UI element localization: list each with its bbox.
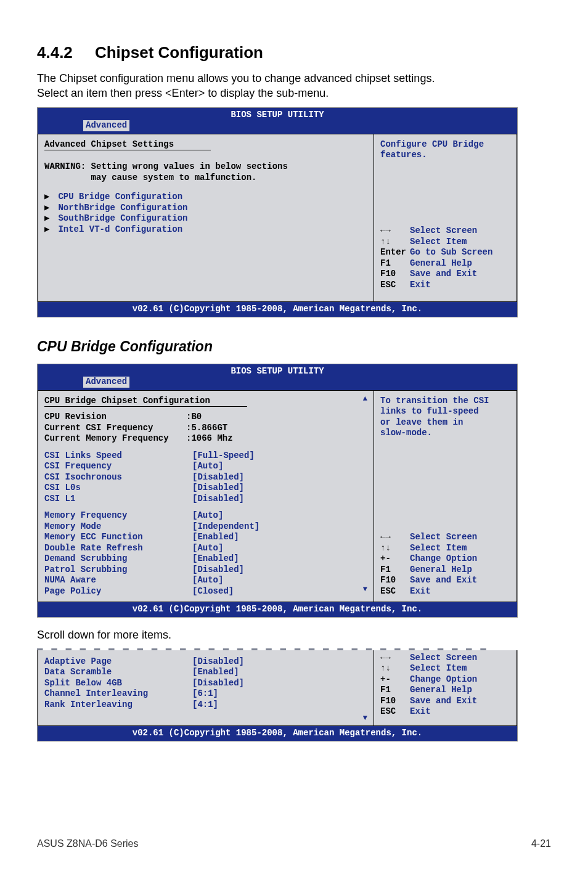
bios2-option[interactable]: CSI Frequency[Auto]: [44, 461, 367, 472]
bios1-heading: Advanced Chipset Settings: [44, 139, 211, 151]
scroll-up-icon[interactable]: ▲: [363, 394, 367, 404]
bios2-option[interactable]: CSI L1[Disabled]: [44, 494, 367, 505]
bios-tab-row: Advanced: [38, 377, 517, 390]
bios-copyright: v02.61 (C)Copyright 1985-2008, American …: [38, 726, 517, 741]
bios1-item[interactable]: ▶ Intel VT-d Configuration: [44, 224, 367, 235]
chevron-right-icon: ▶: [44, 224, 53, 235]
bios2-option[interactable]: Page Policy[Closed]: [44, 586, 234, 597]
chevron-right-icon: ▶: [44, 213, 53, 224]
bios3-option[interactable]: Adaptive Page[Disabled]: [44, 656, 367, 668]
bios1-item[interactable]: ▶ SouthBridge Configuration: [44, 213, 367, 224]
bios-title: BIOS SETUP UTILITY: [38, 364, 517, 377]
bios2-info: CPU Revision:B0: [44, 412, 367, 423]
bios1-item[interactable]: ▶ CPU Bridge Configuration: [44, 192, 367, 203]
footer-left: ASUS Z8NA-D6 Series: [37, 838, 139, 849]
bios-box-2: BIOS SETUP UTILITY Advanced CPU Bridge C…: [37, 364, 518, 618]
bios2-option[interactable]: CSI L0s[Disabled]: [44, 483, 367, 494]
bios1-item[interactable]: ▶ NorthBridge Configuration: [44, 203, 367, 214]
bios3-option[interactable]: Split Below 4GB[Disabled]: [44, 678, 367, 689]
scroll-caption: Scroll down for more items.: [37, 629, 551, 642]
bios2-option[interactable]: CSI Links Speed[Full-Speed]: [44, 451, 367, 462]
bios1-help-text: Configure CPU Bridge features.: [380, 139, 510, 161]
bios3-option[interactable]: Rank Interleaving[4:1]: [44, 700, 367, 711]
bios2-option[interactable]: Double Rate Refresh[Auto]: [44, 543, 367, 554]
bios-box-3: Adaptive Page[Disabled] Data Scramble[En…: [37, 650, 518, 741]
bios2-option[interactable]: Memory Mode[Independent]: [44, 521, 367, 533]
bios2-info: Current CSI Frequency:5.866GT: [44, 423, 367, 434]
bios2-help-keys: ←→Select Screen ↑↓Select Item +-Change O…: [380, 532, 510, 597]
bios-tab-advanced[interactable]: Advanced: [83, 377, 129, 388]
chevron-right-icon: ▶: [44, 192, 53, 203]
sub-heading: CPU Bridge Configuration: [37, 338, 551, 355]
bios2-heading: CPU Bridge Chipset Configuration: [44, 396, 247, 407]
footer-right: 4-21: [531, 838, 551, 849]
section-title: Chipset Configuration: [95, 43, 263, 62]
bios-copyright: v02.61 (C)Copyright 1985-2008, American …: [38, 602, 517, 617]
scroll-down-icon[interactable]: ▼: [363, 714, 367, 723]
bios-tab-advanced[interactable]: Advanced: [83, 120, 129, 131]
bios3-option[interactable]: Channel Interleaving[6:1]: [44, 688, 367, 700]
page-footer: ASUS Z8NA-D6 Series 4-21: [37, 838, 551, 849]
bios3-option[interactable]: Data Scramble[Enabled]: [44, 667, 367, 678]
bios1-help-keys: ←→Select Screen ↑↓Select Item EnterGo to…: [380, 226, 510, 296]
bios1-warning: WARNING: Setting wrong values in below s…: [44, 161, 367, 173]
bios-title: BIOS SETUP UTILITY: [38, 108, 517, 121]
bios2-option[interactable]: Demand Scrubbing[Enabled]: [44, 553, 367, 565]
section-number: 4.4.2: [37, 43, 73, 62]
bios2-info: Current Memory Frequency:1066 Mhz: [44, 433, 367, 444]
bios2-option[interactable]: NUMA Aware[Auto]: [44, 575, 367, 586]
bios-box-1: BIOS SETUP UTILITY Advanced Advanced Chi…: [37, 107, 518, 317]
section-heading: 4.4.2 Chipset Configuration: [37, 43, 551, 62]
bios2-option[interactable]: Memory ECC Function[Enabled]: [44, 532, 367, 543]
bios-copyright: v02.61 (C)Copyright 1985-2008, American …: [38, 302, 517, 317]
bios-tab-row: Advanced: [38, 120, 517, 134]
bios3-help-keys: ←→Select Screen ↑↓Select Item +-Change O…: [380, 653, 510, 717]
bios2-option[interactable]: Patrol Scrubbing[Disabled]: [44, 565, 367, 576]
bios2-option[interactable]: Memory Frequency[Auto]: [44, 510, 367, 521]
bios2-help-text: To transition the CSI links to full-spee…: [380, 396, 510, 439]
bios2-option[interactable]: CSI Isochronous[Disabled]: [44, 472, 367, 483]
intro-text: The Chipset configuration menu allows yo…: [37, 71, 551, 101]
scroll-down-icon[interactable]: ▼: [363, 585, 367, 597]
chevron-right-icon: ▶: [44, 203, 53, 214]
bios1-warning2: may cause system to malfunction.: [44, 173, 367, 184]
